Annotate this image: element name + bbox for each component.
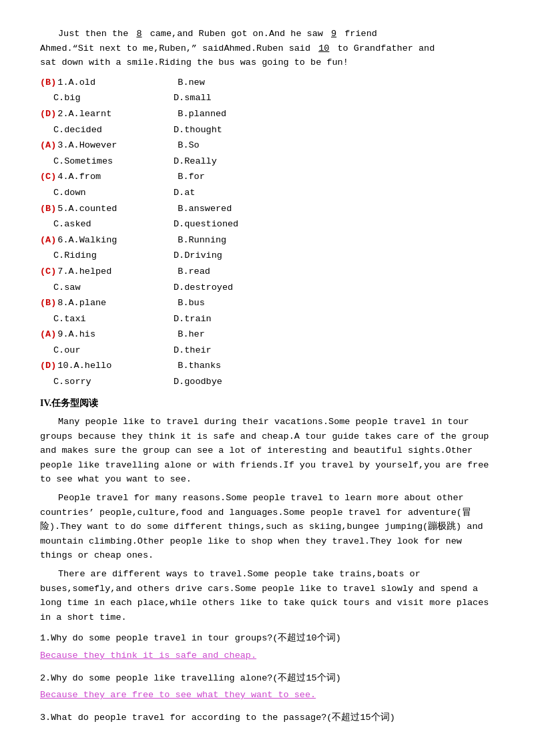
question-3-block: 3.What do people travel for according to…	[40, 711, 494, 725]
answer-5: (B)	[40, 202, 56, 216]
mc-row-4: (C) 4.A.from B.for	[40, 170, 494, 184]
mc-row-8cd: C.taxi D.train	[40, 312, 494, 327]
mc-3-b: B.So	[178, 138, 298, 153]
intro-line2: Ahmed.“Sit next to me,Ruben,” saidAhmed.…	[40, 43, 310, 53]
section4-header: IV.任务型阅读	[40, 396, 494, 411]
answer-10: (D)	[40, 359, 56, 373]
mc-10-b: B.thanks	[178, 359, 298, 373]
mc-row-10cd: C.sorry D.goodbye	[40, 375, 494, 389]
mc-row-6: (A) 6.A.Walking B.Running	[40, 233, 494, 248]
mc-row-10: (D) 10.A.hello B.thanks	[40, 359, 494, 373]
answer-2: (D)	[40, 107, 56, 122]
mc-9-b: B.her	[178, 327, 298, 342]
question-3-text: 3.What do people travel for according to…	[40, 711, 494, 725]
mc-10-c: C.sorry	[53, 375, 174, 389]
mc-9-a: 9.A.his	[57, 327, 178, 342]
reading-para3: There are different ways to travel.Some …	[40, 567, 494, 624]
intro-passage: Just then the 8 came,and Ruben got on.An…	[40, 27, 494, 70]
mc-3-d: D.Really	[174, 154, 294, 169]
mc-6-b: B.Running	[178, 233, 298, 248]
blank-9: 9	[328, 29, 339, 39]
mc-8-d: D.train	[174, 312, 294, 327]
mc-10-d: D.goodbye	[174, 375, 294, 389]
mc-7-c: C.saw	[53, 280, 174, 295]
question-1-answer: Because they think it is safe and cheap.	[40, 648, 494, 663]
question-2-block: 2.Why do some people like travelling alo…	[40, 671, 494, 703]
mc-7-d: D.destroyed	[174, 280, 294, 295]
mc-row-1: (B) 1.A.old B.new	[40, 75, 494, 90]
mc-4-c: C.down	[53, 186, 174, 200]
mc-7-a: 7.A.helped	[57, 264, 178, 279]
mc-row-5: (B) 5.A.counted B.answered	[40, 202, 494, 216]
intro-line2b: to Grandfather and	[338, 43, 435, 53]
intro-line1: Just then the	[58, 29, 128, 39]
mc-5-c: C.asked	[53, 217, 174, 232]
mc-1-c: C.big	[53, 91, 174, 106]
mc-2-c: C.decided	[53, 123, 174, 138]
mc-5-d: D.questioned	[174, 217, 294, 232]
mc-5-a: 5.A.counted	[57, 202, 178, 216]
blank-8: 8	[134, 29, 144, 39]
mc-9-d: D.their	[174, 343, 294, 358]
mc-10-a: 10.A.hello	[57, 359, 178, 373]
intro-line1c: friend	[344, 29, 377, 39]
answer-3: (A)	[40, 138, 56, 153]
mc-row-8: (B) 8.A.plane B.bus	[40, 296, 494, 311]
mc-8-c: C.taxi	[53, 312, 174, 327]
mc-9-c: C.our	[53, 343, 174, 358]
mc-row-9: (A) 9.A.his B.her	[40, 327, 494, 342]
mc-2-d: D.thought	[174, 123, 294, 138]
reading-para2: People travel for many reasons.Some peop…	[40, 491, 494, 563]
blank-10: 10	[316, 43, 332, 53]
mc-8-a: 8.A.plane	[57, 296, 178, 311]
mc-1-num: 1.A.old	[57, 75, 178, 90]
mc-6-a: 6.A.Walking	[57, 233, 178, 248]
question-1-text: 1.Why do some people travel in tour grou…	[40, 631, 494, 646]
intro-line3: sat down with a smile.Riding the bus was…	[40, 57, 348, 67]
mc-7-b: B.read	[178, 264, 298, 279]
mc-row-3: (A) 3.A.However B.So	[40, 138, 494, 153]
answer-9: (A)	[40, 327, 56, 342]
question-2-text: 2.Why do some people like travelling alo…	[40, 671, 494, 686]
reading-para1: Many people like to travel during their …	[40, 415, 494, 487]
mc-row-9cd: C.our D.their	[40, 343, 494, 358]
mc-row-2: (D) 2.A.learnt B.planned	[40, 107, 494, 122]
mc-row-3cd: C.Sometimes D.Really	[40, 154, 494, 169]
mc-2-b: B.planned	[178, 107, 298, 122]
mc-row-2cd: C.decided D.thought	[40, 123, 494, 138]
mc-3-c: C.Sometimes	[53, 154, 174, 169]
reading-passage: Many people like to travel during their …	[40, 415, 494, 624]
mc-row-7: (C) 7.A.helped B.read	[40, 264, 494, 279]
question-2-answer: Because they are free to see what they w…	[40, 688, 494, 703]
mc-1-b: B.new	[178, 75, 298, 90]
multiple-choice-section: (B) 1.A.old B.new C.big D.small (D) 2.A.…	[40, 75, 494, 389]
mc-3-a: 3.A.However	[57, 138, 178, 153]
mc-row-4cd: C.down D.at	[40, 186, 494, 200]
answer-1: (B)	[40, 75, 56, 90]
answer-7: (C)	[40, 264, 56, 279]
mc-5-b: B.answered	[178, 202, 298, 216]
mc-row-6cd: C.Riding D.Driving	[40, 248, 494, 263]
mc-6-c: C.Riding	[53, 248, 174, 263]
answer-8: (B)	[40, 296, 56, 311]
intro-line1b: came,and Ruben got on.And he saw	[150, 29, 323, 39]
mc-row-5cd: C.asked D.questioned	[40, 217, 494, 232]
answer-6: (A)	[40, 233, 56, 248]
mc-1-d: D.small	[174, 91, 294, 106]
mc-4-b: B.for	[178, 170, 298, 184]
mc-8-b: B.bus	[178, 296, 298, 311]
answer-4: (C)	[40, 170, 56, 184]
mc-4-a: 4.A.from	[57, 170, 178, 184]
mc-row-7cd: C.saw D.destroyed	[40, 280, 494, 295]
question-1-block: 1.Why do some people travel in tour grou…	[40, 631, 494, 663]
mc-4-d: D.at	[174, 186, 294, 200]
mc-row-1cd: C.big D.small	[40, 91, 494, 106]
mc-2-a: 2.A.learnt	[57, 107, 178, 122]
mc-6-d: D.Driving	[174, 248, 294, 263]
